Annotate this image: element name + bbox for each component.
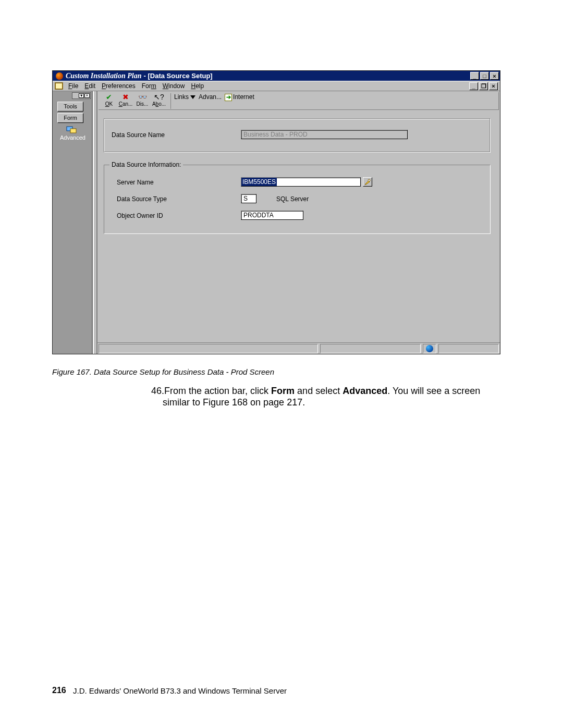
left-panel: ▾× Tools Form Advanced: [53, 91, 93, 354]
client-area: ▾× Tools Form Advanced ✔ OK: [53, 91, 500, 354]
figure-caption: Figure 167. Data Source Setup for Busine…: [52, 367, 274, 376]
cancel-button[interactable]: ✖ Can...: [117, 93, 134, 109]
app-window: Custom Installation Plan - [Data Source …: [52, 70, 500, 354]
window-subtitle: - [Data Source Setup]: [144, 72, 213, 80]
status-cell-1: [99, 344, 318, 353]
about-button[interactable]: ↖? Abo...: [151, 93, 167, 109]
left-tab-form[interactable]: Form: [57, 113, 83, 123]
page-number: 216: [52, 686, 66, 695]
check-icon: ✔: [105, 93, 113, 101]
display-button[interactable]: 👓 Dis...: [134, 93, 151, 109]
menu-form[interactable]: Form: [139, 82, 160, 90]
document-icon: [55, 82, 63, 90]
menu-file[interactable]: File: [65, 82, 81, 90]
data-source-name-group: Data Source Name Business Data - PROD: [104, 118, 491, 153]
server-name-label: Server Name: [117, 179, 154, 186]
owner-label: Object Owner ID: [117, 212, 163, 219]
app-title: Custom Installation Plan: [66, 72, 142, 80]
menu-bar: File Edit Preferences Form Window Help _…: [53, 81, 500, 91]
form-body: Data Source Name Business Data - PROD Da…: [97, 111, 500, 342]
advan-link[interactable]: Advan...: [199, 93, 222, 101]
svg-point-3: [368, 179, 370, 181]
page-footer: J.D. Edwards' OneWorld B73.3 and Windows…: [73, 686, 287, 695]
ds-type-code-field[interactable]: S: [241, 194, 256, 203]
ds-name-field: Business Data - PROD: [241, 130, 408, 139]
menu-preferences[interactable]: Preferences: [99, 82, 139, 90]
mdi-minimize-button[interactable]: _: [469, 82, 478, 90]
mdi-restore-button[interactable]: ❐: [479, 82, 488, 90]
ok-button[interactable]: ✔ OK: [101, 93, 117, 109]
close-button[interactable]: ×: [490, 72, 499, 80]
status-globe: [423, 344, 436, 353]
status-cell-3: [438, 344, 499, 353]
globe-icon: [426, 345, 433, 352]
internet-icon: ➔: [225, 94, 232, 101]
vertical-splitter[interactable]: [93, 91, 97, 354]
x-icon: ✖: [121, 93, 130, 101]
menu-edit[interactable]: Edit: [81, 82, 99, 90]
menu-window[interactable]: Window: [160, 82, 188, 90]
ds-type-label: Data Source Type: [117, 195, 167, 203]
status-cell-2: [320, 344, 421, 353]
ds-info-legend: Data Source Information:: [109, 161, 183, 168]
left-tab-tools[interactable]: Tools: [57, 102, 83, 112]
server-name-field[interactable]: IBM5500ES: [241, 177, 361, 187]
ds-type-text: SQL Server: [276, 195, 309, 203]
toolbar: ✔ OK ✖ Can... 👓 Dis... ↖?: [99, 92, 499, 110]
title-bar: Custom Installation Plan - [Data Source …: [53, 71, 500, 81]
chevron-down-icon: [190, 95, 195, 99]
step-line-1: 46.From the action bar, click Form and s…: [151, 386, 480, 397]
menu-help[interactable]: Help: [188, 82, 207, 90]
help-arrow-icon: ↖?: [155, 93, 163, 101]
mdi-close-button[interactable]: ×: [489, 82, 498, 90]
links-menu[interactable]: Links: [174, 93, 195, 101]
maximize-button[interactable]: □: [480, 72, 489, 80]
ds-info-group: Data Source Information: Server Name IBM…: [104, 161, 491, 234]
step-line-2: similar to Figure 168 on page 217.: [163, 397, 305, 408]
panel-handle[interactable]: ▾×: [72, 92, 91, 99]
binoculars-icon: 👓: [138, 93, 146, 101]
status-bar: [97, 342, 500, 354]
main-panel: ✔ OK ✖ Can... 👓 Dis... ↖?: [97, 91, 500, 354]
svg-rect-1: [70, 129, 76, 133]
advanced-icon[interactable]: [66, 126, 77, 133]
internet-button[interactable]: ➔Internet: [225, 93, 254, 101]
owner-field[interactable]: PRODDTA: [241, 211, 303, 220]
minimize-button[interactable]: _: [470, 72, 479, 80]
left-advanced-label[interactable]: Advanced: [53, 134, 93, 141]
app-icon: [56, 72, 63, 80]
flashlight-icon: [364, 179, 371, 185]
ds-name-label: Data Source Name: [112, 131, 165, 139]
server-lookup-button[interactable]: [363, 177, 372, 187]
